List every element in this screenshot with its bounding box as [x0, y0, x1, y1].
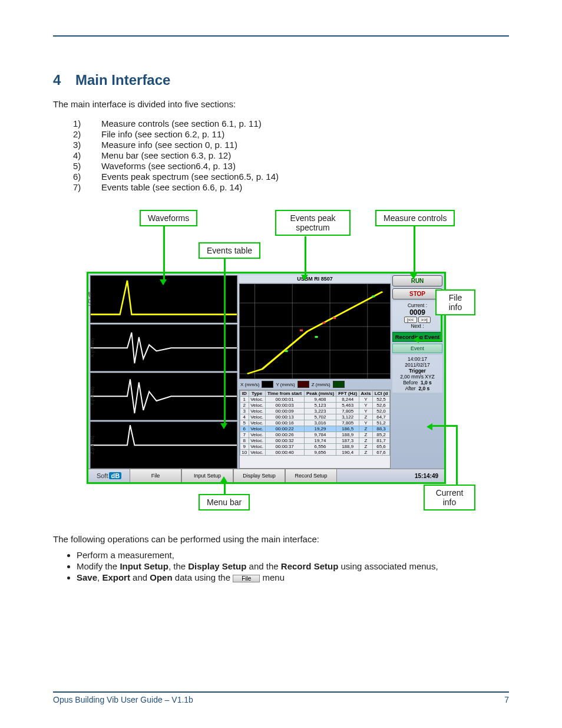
item-number: 6): [73, 172, 101, 182]
page-footer: Opus Building Vib User Guide – V1.1b 7: [53, 691, 509, 704]
current-label: Current :: [394, 302, 441, 308]
spectrum-title: USBM RI 8507: [239, 275, 391, 282]
table-row[interactable]: 6Veloc.00:00:2219,29186,5Z88,3: [240, 426, 390, 432]
table-cell: 9,656: [304, 450, 336, 456]
clock: 15:14:49: [409, 469, 444, 482]
op2-b2: Display Setup: [188, 561, 246, 571]
logo-db: dB: [109, 472, 121, 479]
table-cell: 85,2: [373, 432, 390, 438]
item-text: Measure info (see section 0, p. 11): [101, 140, 509, 150]
table-cell: 5,702: [304, 414, 336, 420]
table-cell: 52,5: [373, 397, 390, 403]
op2-b1: Input Setup: [120, 561, 168, 571]
prev-button[interactable]: |<<: [404, 317, 416, 323]
table-row[interactable]: 5Veloc.00:00:163,0167,805Y51,2: [240, 420, 390, 426]
svg-rect-10: [333, 317, 336, 319]
op3-post: menu: [263, 572, 285, 582]
table-cell: 7,805: [336, 420, 359, 426]
info-time: 14:00:17: [394, 356, 441, 362]
table-row[interactable]: 7Veloc.00:00:269,784188,9Z85,2: [240, 432, 390, 438]
table-row[interactable]: 9Veloc.00:00:376,556188,9Z65,6: [240, 444, 390, 450]
table-header: LCI (d: [373, 391, 390, 397]
table-cell: 10: [240, 450, 249, 456]
table-cell: 00:00:37: [265, 444, 304, 450]
inline-file-menu[interactable]: File: [233, 575, 260, 582]
svg-rect-11: [285, 350, 288, 352]
operations-list: Perform a measurement, Modify the Input …: [53, 550, 509, 582]
item-number: 7): [73, 182, 101, 192]
next-button[interactable]: >>|: [418, 317, 431, 323]
item-text: Events peak spectrum (see section6.5, p.…: [101, 172, 509, 182]
table-cell: 1: [240, 397, 249, 403]
table-cell: 3,122: [336, 414, 359, 420]
table-cell: 00:00:16: [265, 420, 304, 426]
table-cell: 00:00:09: [265, 409, 304, 414]
table-cell: 3: [240, 409, 249, 414]
table-cell: 81,7: [373, 438, 390, 444]
op3-b3: Open: [150, 572, 172, 582]
next-label: Next :: [394, 323, 441, 329]
softdb-logo: SoftdB: [88, 469, 130, 482]
table-row[interactable]: 3Veloc.00:00:093,2237,805Y52,0: [240, 409, 390, 414]
table-cell: 4: [240, 414, 249, 420]
table-cell: 19,74: [304, 438, 336, 444]
axis-label-lci: LCI dB: [87, 292, 92, 306]
list-item: 2)File info (see section 6.2, p. 11): [73, 129, 509, 139]
callout-current-info: Current info: [424, 485, 475, 510]
table-cell: Z: [359, 414, 373, 420]
table-cell: Y: [359, 420, 373, 426]
logo-soft: Soft: [97, 472, 108, 479]
events-table[interactable]: IDTypeTime from startPeak (mm/s)FFT (Hz)…: [239, 390, 391, 469]
table-cell: 8: [240, 438, 249, 444]
waveform-x: X (mm/s): [90, 324, 237, 372]
svg-rect-9: [322, 322, 325, 324]
table-cell: 00:00:26: [265, 432, 304, 438]
op1-text: Perform a measurement,: [77, 550, 174, 560]
table-cell: 67,6: [373, 450, 390, 456]
table-cell: 00:00:13: [265, 414, 304, 420]
menu-display-setup[interactable]: Display Setup: [233, 469, 285, 482]
table-cell: Veloc.: [249, 409, 265, 414]
table-header: FFT (Hz): [336, 391, 359, 397]
info-after-val: 2,0 s: [418, 386, 429, 391]
svg-rect-13: [372, 295, 375, 297]
op2-post: using associated menus,: [338, 561, 438, 571]
table-cell: Y: [359, 409, 373, 414]
info-before-label: Before: [403, 380, 418, 386]
table-header: Axis: [359, 391, 373, 397]
callout-events-peak: Events peak spectrum: [275, 210, 351, 236]
footer-page-number: 7: [504, 695, 509, 704]
menu-record-setup[interactable]: Record Setup: [285, 469, 337, 482]
header-rule: [53, 35, 509, 37]
table-row[interactable]: 1Veloc.00:00:019,4088,244Y52,5: [240, 397, 390, 403]
table-cell: 9: [240, 444, 249, 450]
table-cell: 5,123: [304, 403, 336, 409]
table-cell: 8,244: [336, 397, 359, 403]
item-number: 4): [73, 150, 101, 160]
op3-b2: Export: [102, 572, 130, 582]
item-number: 3): [73, 140, 101, 150]
callout-menu-bar: Menu bar: [199, 494, 250, 510]
table-row[interactable]: 8Veloc.00:00:3219,74187,3Z81,7: [240, 438, 390, 444]
table-cell: Veloc.: [249, 438, 265, 444]
event-button[interactable]: Event: [392, 344, 442, 353]
info-before-val: 1,0 s: [421, 380, 432, 386]
table-cell: Veloc.: [249, 414, 265, 420]
table-row[interactable]: 10Veloc.00:00:409,656190,4Z67,6: [240, 450, 390, 456]
swatch-x: [262, 381, 273, 388]
table-cell: Veloc.: [249, 397, 265, 403]
interface-figure: Waveforms Events peak spectrum Measure c…: [87, 210, 475, 510]
table-cell: 00:00:40: [265, 450, 304, 456]
table-cell: Veloc.: [249, 444, 265, 450]
table-row[interactable]: 4Veloc.00:00:135,7023,122Z64,7: [240, 414, 390, 420]
table-cell: 188,9: [336, 432, 359, 438]
item-text: Events table (see section 6.6, p. 14): [101, 182, 509, 192]
op3-b1: Save: [77, 572, 97, 582]
table-cell: Z: [359, 426, 373, 432]
menu-file[interactable]: File: [130, 469, 181, 482]
list-item: 6)Events peak spectrum (see section6.5, …: [73, 172, 509, 182]
table-row[interactable]: 2Veloc.00:00:035,1235,463Y52,6: [240, 403, 390, 409]
swatch-z: [333, 381, 345, 388]
run-button[interactable]: RUN: [392, 275, 442, 286]
table-cell: 00:00:32: [265, 438, 304, 444]
